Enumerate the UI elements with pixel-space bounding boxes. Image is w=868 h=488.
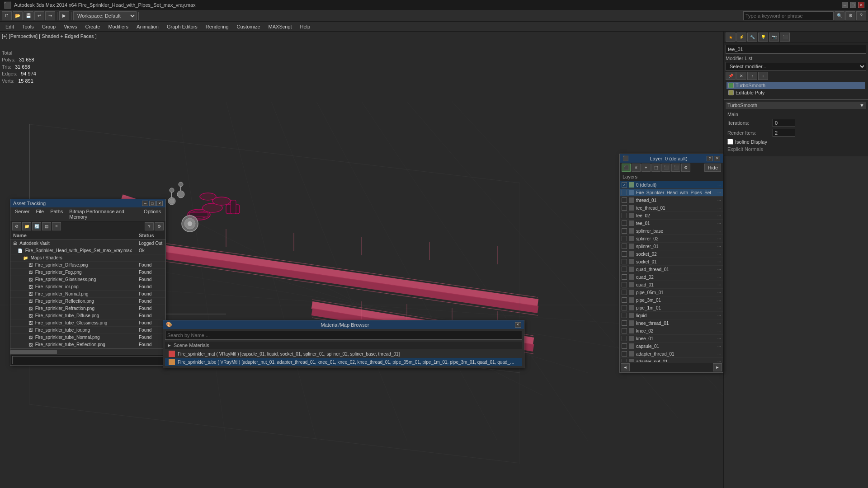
layer-row[interactable]: quad_01 ··· [620,281,723,289]
mat-list-item[interactable]: Fire_sprinkler_tube ( VRayMtl ) [adapter… [165,358,522,366]
layer-row[interactable]: splinrer_base ··· [620,227,723,235]
object-name-input[interactable] [726,45,866,54]
layers-tb-settings[interactable]: ⚙ [681,164,690,172]
layer-row[interactable]: socket_01 ··· [620,258,723,266]
layer-visibility-check[interactable] [622,267,627,272]
layer-visibility-check[interactable] [622,259,627,264]
asset-table-row[interactable]: 🖼 Fire_sprinkler_tube_Diffuse.png Found [10,312,165,319]
layer-visibility-check[interactable] [622,305,627,310]
layer-options[interactable]: ··· [717,313,721,318]
layer-options[interactable]: ··· [717,213,721,218]
layer-row[interactable]: pipe_3m_01 ··· [620,296,723,304]
panel-icon-2[interactable]: ⚡ [736,33,746,42]
layer-options[interactable]: ··· [717,336,721,341]
render-button[interactable]: ▶ [59,11,69,20]
layer-options[interactable]: ··· [717,344,721,349]
layer-row[interactable]: pipe_1m_01 ··· [620,304,723,312]
asset-menu-paths[interactable]: Paths [47,208,66,220]
asset-tb-btn1[interactable]: ⚙ [12,222,21,230]
layer-options[interactable]: ··· [717,305,721,310]
layers-next[interactable]: ► [713,363,722,371]
layer-options[interactable]: ··· [717,328,721,333]
layer-options[interactable]: ··· [717,282,721,287]
layer-visibility-check[interactable] [622,251,627,257]
layer-row[interactable]: splinrer_02 ··· [620,235,723,243]
asset-table-row[interactable]: 🖼 Fire_sprinkler_Fog.png Found [10,269,165,276]
menu-customize[interactable]: Customize [233,23,264,30]
layer-visibility-check[interactable] [622,290,627,295]
layers-tb-merge[interactable]: ⬛ [661,164,670,172]
layer-visibility-check[interactable] [622,236,627,241]
layer-row[interactable]: ✓ 0 (default) ··· [620,181,723,189]
layer-options[interactable]: ··· [717,183,721,188]
asset-tb-btn2[interactable]: 📁 [22,222,31,230]
layer-row[interactable]: tee_01 ··· [620,220,723,227]
asset-tb-settings[interactable]: ⚙ [155,222,164,230]
asset-table-row[interactable]: 🖼 Fire_sprinkler_tube_Normal.png Found [10,334,165,341]
asset-search-input[interactable] [12,356,164,364]
layer-options[interactable]: ··· [717,321,721,326]
asset-tb-btn4[interactable]: ▤ [42,222,51,230]
search-input[interactable] [743,11,834,20]
menu-graph-editors[interactable]: Graph Editors [163,23,201,30]
menu-group[interactable]: Group [38,23,60,30]
asset-restore[interactable]: □ [149,201,156,206]
menu-tools[interactable]: Tools [19,23,38,30]
mat-section-header[interactable]: ► Scene Materials [165,342,522,349]
layer-visibility-check[interactable] [622,313,627,318]
layer-visibility-check[interactable] [622,244,627,249]
panel-icon-4[interactable]: 💡 [758,33,768,42]
asset-table-row[interactable]: 🏛 Autodesk Vault Logged Out [10,240,165,247]
asset-table-row[interactable]: 🖼 Fire_sprinkler_Glossiness.png Found [10,276,165,283]
layer-row[interactable]: socket_02 ··· [620,250,723,258]
asset-table-row[interactable]: 🖼 Fire_sprinkler_Diffuse.png Found [10,262,165,269]
layer-row[interactable]: tee_02 ··· [620,212,723,220]
modifier-turbosmooth[interactable]: TurboSmooth [726,82,865,89]
layer-row[interactable]: liquid ··· [620,312,723,319]
asset-menu-server[interactable]: Server [12,208,32,220]
new-button[interactable]: 🗋 [2,11,12,20]
render-iters-input[interactable] [773,129,795,137]
layer-row[interactable]: capsule_01 ··· [620,343,723,350]
asset-menu-options[interactable]: Options [141,208,164,220]
layer-row[interactable]: knee_thread_01 ··· [620,319,723,327]
help-button[interactable]: ? [856,11,866,20]
asset-tracking-title-bar[interactable]: Asset Tracking ─ □ ✕ [10,199,165,207]
mat-list-item[interactable]: Fire_sprinkler_mat ( VRayMtl ) [capsule_… [165,350,522,358]
panel-icon-5[interactable]: 📷 [769,33,779,42]
asset-table-row[interactable]: 🖼 Fire_sprinkler_tube_Glossiness.png Fou… [10,319,165,327]
layer-options[interactable]: ··· [717,236,721,241]
panel-icon-1[interactable]: ★ [726,33,736,42]
minimize-button[interactable]: ─ [842,2,848,8]
layers-tb-current[interactable]: ⬛ [622,164,631,172]
layer-options[interactable]: ··· [717,252,721,257]
asset-menu-file[interactable]: File [33,208,47,220]
asset-scrollbar[interactable] [10,348,165,355]
iterations-input[interactable] [773,119,795,127]
layer-options[interactable]: ··· [717,198,721,203]
layer-row[interactable]: tee_thread_01 ··· [620,204,723,212]
undo-button[interactable]: ↩ [34,11,44,20]
workspace-dropdown[interactable]: Workspace: Default [73,11,137,20]
modifier-editable-poly[interactable]: Editable Poly [726,89,865,96]
layer-visibility-check[interactable] [622,297,627,303]
menu-create[interactable]: Create [81,23,104,30]
layer-row[interactable]: adapter_nut_01 ··· [620,358,723,362]
asset-table-row[interactable]: 🖼 Fire_sprinkler_tube_Reflection.png Fou… [10,341,165,348]
layer-options[interactable]: ··· [717,190,721,195]
asset-table-row[interactable]: 📄 Fire_Sprinkler_Head_with_Pipes_Set_max… [10,247,165,254]
layer-row[interactable]: quad_thread_01 ··· [620,266,723,273]
layers-tb-add2[interactable]: + [642,164,651,172]
menu-help[interactable]: Help [297,23,314,30]
layer-visibility-check[interactable] [622,197,627,203]
asset-scroll-area[interactable] [10,349,165,355]
layers-title-bar[interactable]: ⬛ Layer: 0 (default) ? ✕ [620,154,723,163]
layer-options[interactable]: ··· [717,221,721,226]
asset-tb-help[interactable]: ? [145,222,154,230]
panel-icon-3[interactable]: 🔧 [747,33,757,42]
layer-row[interactable]: thread_01 ··· [620,197,723,204]
layer-visibility-check[interactable] [622,351,627,357]
asset-close[interactable]: ✕ [156,201,163,206]
menu-edit[interactable]: Edit [2,23,18,30]
layer-visibility-check[interactable] [622,213,627,218]
